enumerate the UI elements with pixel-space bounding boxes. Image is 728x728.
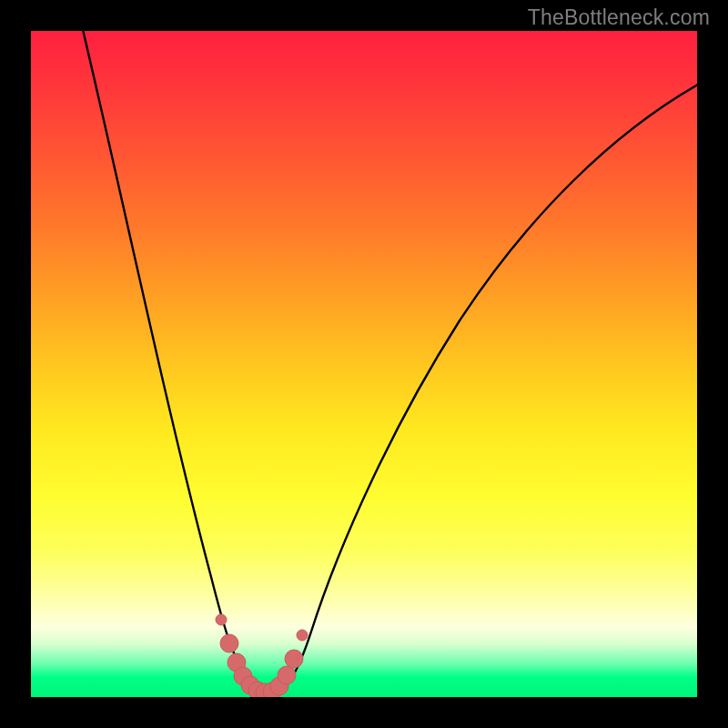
svg-point-11: [285, 650, 303, 668]
svg-point-0: [216, 614, 227, 625]
svg-point-1: [297, 630, 308, 641]
bottleneck-curve-svg: [31, 31, 697, 697]
watermark-text: TheBottleneck.com: [528, 5, 710, 30]
highlighted-range-markers: [216, 614, 308, 697]
bottleneck-curve: [81, 31, 697, 693]
chart-frame: TheBottleneck.com: [0, 0, 728, 728]
svg-point-10: [278, 666, 296, 684]
svg-point-2: [220, 634, 238, 652]
plot-area: [31, 31, 697, 697]
